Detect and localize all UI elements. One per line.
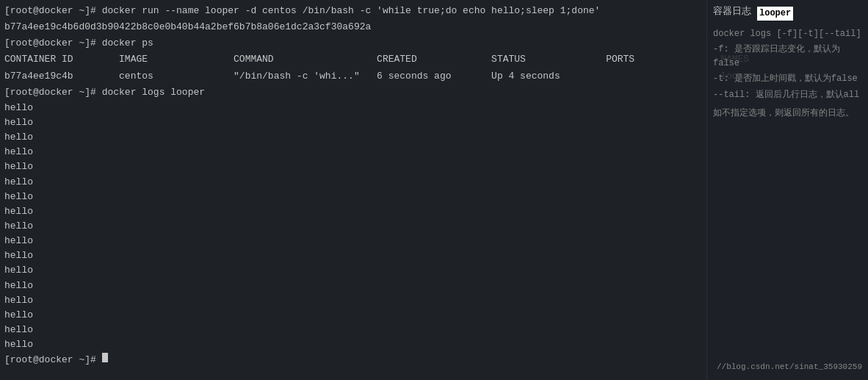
right-panel: 容器日志 looper docker logs [-f][-t][--tail]… bbox=[706, 0, 868, 380]
prompt-2: [root@docker ~]# bbox=[4, 36, 102, 51]
right-panel-line-2: -f: 是否跟踪日志变化，默认为false bbox=[713, 43, 862, 71]
container-hash: b77a4ee19c4b6d0d3b90422b8c0e0b40b44a2bef… bbox=[4, 20, 371, 35]
prompt-1: [root@docker ~]# bbox=[4, 4, 102, 18]
table-header-text: CONTAINER ID IMAGE COMMAND CREATED STATU… bbox=[4, 52, 749, 67]
cmd-3: docker logs looper bbox=[102, 85, 205, 100]
section-title: 容器日志 bbox=[713, 4, 751, 20]
container-name-badge: looper bbox=[757, 7, 793, 21]
right-panel-line-1: docker logs [-f][-t][--tail] bbox=[713, 27, 862, 41]
prompt-3: [root@docker ~]# bbox=[4, 85, 102, 100]
last-prompt: [root@docker ~]# bbox=[4, 353, 102, 368]
cursor bbox=[102, 353, 108, 362]
cmd-1: docker run --name looper -d centos /bin/… bbox=[102, 4, 601, 18]
cmd-2: docker ps bbox=[102, 36, 153, 51]
right-panel-line-4: --tail: 返回后几行日志，默认all bbox=[713, 88, 862, 102]
terminal: [root@docker ~]# docker run --name loope… bbox=[0, 0, 868, 380]
table-data-text: b77a4ee19c4b centos "/bin/bash -c 'whi..… bbox=[4, 69, 755, 84]
blog-url: //blog.csdn.net/sinat_35930259 bbox=[717, 361, 862, 374]
right-panel-note: 如不指定选项，则返回所有的日志。 bbox=[713, 107, 862, 121]
right-panel-line-3: -t: 是否加上时间戳，默认为false bbox=[713, 72, 862, 86]
